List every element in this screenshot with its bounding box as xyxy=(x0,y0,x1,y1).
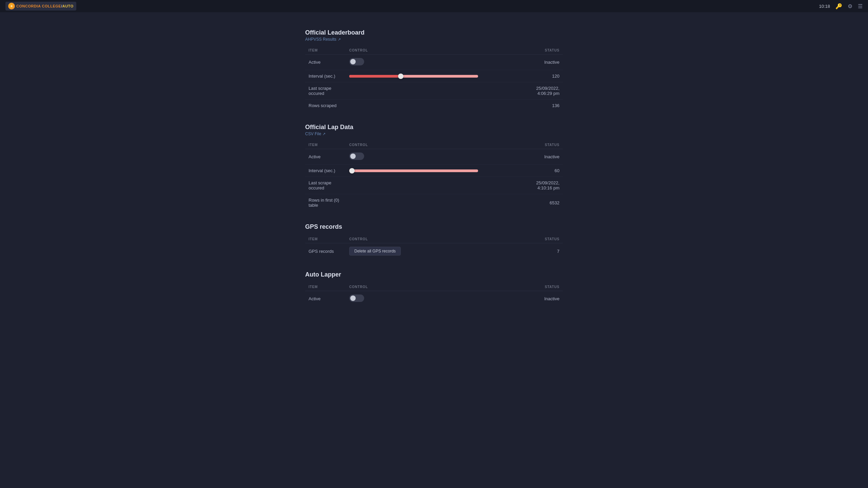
lapdata-last-scrape-row: Last scrape occured 25/09/2022, 4:10:16 … xyxy=(305,177,563,194)
lapdata-interval-slider-track[interactable] xyxy=(349,169,478,172)
section-title-leaderboard: Official Leaderboard xyxy=(305,29,563,36)
leaderboard-rows-scraped-control xyxy=(346,100,529,112)
leaderboard-col-status: STATUS xyxy=(529,46,563,55)
gps-records-label: GPS records xyxy=(305,243,346,259)
lapdata-interval-status: 60 xyxy=(529,165,563,177)
lapdata-interval-row: Interval (sec.) 60 xyxy=(305,165,563,177)
section-gps-records: GPS records ITEM CONTROL STATUS GPS reco… xyxy=(305,223,563,259)
lapdata-rows-first-label: Rows in first (0) table xyxy=(305,194,346,211)
leaderboard-last-scrape-label: Last scrape occured xyxy=(305,82,346,100)
lapdata-interval-control xyxy=(346,165,529,177)
lapdata-active-row: Active Inactive xyxy=(305,149,563,165)
leaderboard-active-label: Active xyxy=(305,55,346,70)
lapdata-col-control: CONTROL xyxy=(346,141,529,149)
autolapper-active-control xyxy=(346,291,529,307)
leaderboard-interval-label: Interval (sec.) xyxy=(305,70,346,82)
gps-records-status: 7 xyxy=(529,243,563,259)
leaderboard-toggle-thumb xyxy=(350,59,356,64)
lapdata-toggle-thumb xyxy=(350,154,356,159)
lapdata-header-row: ITEM CONTROL STATUS xyxy=(305,141,563,149)
autolapper-col-item: ITEM xyxy=(305,283,346,291)
leaderboard-last-scrape-value: 25/09/2022, 4:06:29 pm xyxy=(529,82,563,100)
delete-gps-button[interactable]: Delete all GPS records xyxy=(349,247,401,256)
logo-icon xyxy=(8,3,15,9)
leaderboard-last-scrape-row: Last scrape occured 25/09/2022, 4:06:29 … xyxy=(305,82,563,100)
section-title-lapdata: Official Lap Data xyxy=(305,124,563,131)
leaderboard-table: ITEM CONTROL STATUS Active xyxy=(305,46,563,111)
menu-icon[interactable]: ☰ xyxy=(858,3,863,9)
section-subtitle-leaderboard[interactable]: AHPVSS Results ↗ xyxy=(305,37,563,42)
logo-text: CONCORDIA COLLEGE/AUTO xyxy=(16,4,74,8)
leaderboard-active-row: Active Inactive xyxy=(305,55,563,70)
key-icon[interactable]: 🔑 xyxy=(835,3,842,9)
leaderboard-last-scrape-control xyxy=(346,82,529,100)
leaderboard-active-control xyxy=(346,55,529,70)
leaderboard-rows-scraped-value: 136 xyxy=(529,100,563,112)
logo-box: CONCORDIA COLLEGE/AUTO xyxy=(5,2,76,11)
leaderboard-rows-scraped-row: Rows scraped 136 xyxy=(305,100,563,112)
leaderboard-interval-slider-thumb[interactable] xyxy=(398,74,403,79)
autolapper-active-toggle[interactable] xyxy=(349,294,364,302)
lapdata-col-status: STATUS xyxy=(529,141,563,149)
lapdata-last-scrape-control xyxy=(346,177,529,194)
settings-icon[interactable]: ⚙ xyxy=(848,3,852,9)
topbar: CONCORDIA COLLEGE/AUTO 10:18 🔑 ⚙ ☰ xyxy=(0,0,868,12)
autolapper-active-label: Active xyxy=(305,291,346,307)
leaderboard-active-toggle[interactable] xyxy=(349,58,364,65)
topbar-time: 10:18 xyxy=(819,4,830,9)
gps-header-row: ITEM CONTROL STATUS xyxy=(305,235,563,243)
section-auto-lapper: Auto Lapper ITEM CONTROL STATUS Active xyxy=(305,271,563,306)
autolapper-active-row: Active Inactive xyxy=(305,291,563,307)
lapdata-rows-first-row: Rows in first (0) table 6532 xyxy=(305,194,563,211)
gps-records-row: GPS records Delete all GPS records 7 xyxy=(305,243,563,259)
lapdata-toggle-track xyxy=(349,152,364,160)
autolapper-toggle-track xyxy=(349,294,364,302)
lapdata-interval-slider-thumb[interactable] xyxy=(349,168,355,174)
gps-col-control: CONTROL xyxy=(346,235,529,243)
lapdata-col-item: ITEM xyxy=(305,141,346,149)
lapdata-active-control xyxy=(346,149,529,165)
lapdata-table: ITEM CONTROL STATUS Active xyxy=(305,141,563,211)
gps-col-item: ITEM xyxy=(305,235,346,243)
autolapper-header-row: ITEM CONTROL STATUS xyxy=(305,283,563,291)
leaderboard-col-control: CONTROL xyxy=(346,46,529,55)
lapdata-rows-first-value: 6532 xyxy=(529,194,563,211)
section-official-lap-data: Official Lap Data CSV File ↗ ITEM CONTRO… xyxy=(305,124,563,211)
lapdata-active-status: Inactive xyxy=(529,149,563,165)
leaderboard-active-status: Inactive xyxy=(529,55,563,70)
gps-table: ITEM CONTROL STATUS GPS records Delete a… xyxy=(305,235,563,259)
external-link-icon-leaderboard: ↗ xyxy=(338,37,341,42)
leaderboard-toggle-track xyxy=(349,58,364,65)
gps-records-control: Delete all GPS records xyxy=(346,243,529,259)
topbar-right: 10:18 🔑 ⚙ ☰ xyxy=(819,3,863,9)
leaderboard-interval-slider-track[interactable] xyxy=(349,75,478,78)
lapdata-interval-label: Interval (sec.) xyxy=(305,165,346,177)
logo-area: CONCORDIA COLLEGE/AUTO xyxy=(5,2,76,11)
section-official-leaderboard: Official Leaderboard AHPVSS Results ↗ IT… xyxy=(305,29,563,111)
leaderboard-rows-scraped-label: Rows scraped xyxy=(305,100,346,112)
lapdata-active-toggle[interactable] xyxy=(349,152,364,160)
lapdata-last-scrape-label: Last scrape occured xyxy=(305,177,346,194)
autolapper-toggle-thumb xyxy=(350,296,356,301)
leaderboard-interval-control xyxy=(346,70,529,82)
section-title-gps: GPS records xyxy=(305,223,563,230)
main-content: Official Leaderboard AHPVSS Results ↗ IT… xyxy=(231,19,637,329)
gps-col-status: STATUS xyxy=(529,235,563,243)
autolapper-col-control: CONTROL xyxy=(346,283,529,291)
leaderboard-interval-row: Interval (sec.) 120 xyxy=(305,70,563,82)
leaderboard-header-row: ITEM CONTROL STATUS xyxy=(305,46,563,55)
lapdata-rows-first-control xyxy=(346,194,529,211)
autolapper-table: ITEM CONTROL STATUS Active Inacti xyxy=(305,283,563,306)
leaderboard-col-item: ITEM xyxy=(305,46,346,55)
external-link-icon-lapdata: ↗ xyxy=(322,132,326,136)
autolapper-col-status: STATUS xyxy=(529,283,563,291)
section-title-autolapper: Auto Lapper xyxy=(305,271,563,278)
lapdata-last-scrape-value: 25/09/2022, 4:10:16 pm xyxy=(529,177,563,194)
leaderboard-interval-status: 120 xyxy=(529,70,563,82)
leaderboard-interval-slider-fill xyxy=(349,75,401,78)
section-subtitle-lapdata[interactable]: CSV File ↗ xyxy=(305,131,563,136)
autolapper-active-status: Inactive xyxy=(529,291,563,307)
lapdata-active-label: Active xyxy=(305,149,346,165)
